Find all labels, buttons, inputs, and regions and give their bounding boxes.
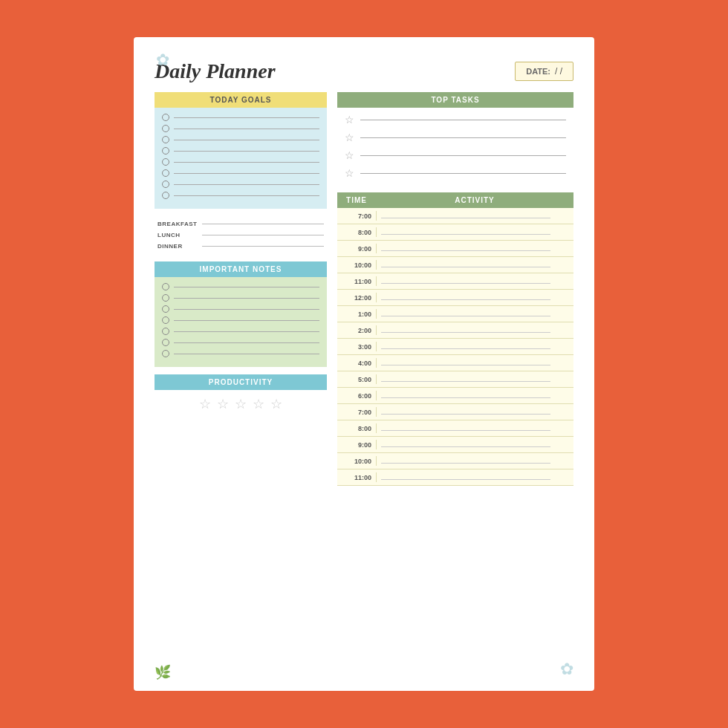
checkbox-8[interactable] (162, 192, 169, 199)
page-header: Daily Planner DATE: / / (155, 59, 573, 83)
schedule-row-600pm[interactable]: 6:00 (337, 388, 573, 404)
schedule-header: TIME ACTIVITY (337, 192, 573, 208)
activity-100pm[interactable] (376, 309, 573, 319)
note-item-1[interactable] (162, 283, 319, 290)
schedule-row-800am[interactable]: 8:00 (337, 224, 573, 241)
note-checkbox-2[interactable] (162, 294, 169, 302)
schedule-row-1100am[interactable]: 11:00 (337, 273, 573, 290)
activity-1100am[interactable] (376, 276, 573, 286)
dinner-row[interactable]: DINNER (157, 243, 324, 250)
schedule-time-header: TIME (337, 192, 376, 208)
activity-300pm[interactable] (376, 342, 573, 351)
date-box[interactable]: DATE: / / (515, 62, 573, 81)
time-600pm: 6:00 (337, 390, 376, 402)
activity-900am[interactable] (376, 244, 573, 253)
schedule-row-700am[interactable]: 7:00 (337, 208, 573, 224)
schedule-row-500pm[interactable]: 5:00 (337, 371, 573, 388)
note-checkbox-3[interactable] (162, 305, 169, 313)
breakfast-line (202, 224, 324, 224)
activity-500pm[interactable] (376, 374, 573, 384)
note-item-2[interactable] (162, 294, 319, 302)
activity-1100pm[interactable] (376, 472, 573, 482)
note-item-5[interactable] (162, 328, 319, 335)
productivity-star-1[interactable]: ☆ (199, 396, 211, 412)
time-1000am: 10:00 (337, 259, 376, 271)
schedule-row-1200pm[interactable]: 12:00 (337, 290, 573, 306)
checkbox-4[interactable] (162, 147, 169, 155)
task-item-2[interactable]: ☆ (345, 131, 566, 143)
schedule-row-1100pm[interactable]: 11:00 (337, 469, 573, 486)
lunch-label: LUNCH (157, 232, 196, 238)
dinner-label: DINNER (157, 243, 196, 250)
checkbox-7[interactable] (162, 181, 169, 188)
goal-item-3[interactable] (162, 136, 319, 143)
task-item-3[interactable]: ☆ (345, 149, 566, 161)
today-goals-body (155, 108, 327, 209)
checkbox-3[interactable] (162, 136, 169, 143)
note-item-7[interactable] (162, 350, 319, 357)
note-checkbox-7[interactable] (162, 350, 169, 357)
note-checkbox-1[interactable] (162, 283, 169, 290)
goal-item-1[interactable] (162, 114, 319, 121)
important-notes-body (155, 277, 327, 367)
schedule-row-1000pm[interactable]: 10:00 (337, 453, 573, 469)
activity-200pm[interactable] (376, 325, 573, 335)
note-checkbox-4[interactable] (162, 316, 169, 324)
note-item-6[interactable] (162, 339, 319, 346)
activity-600pm[interactable] (376, 391, 573, 400)
schedule-row-200pm[interactable]: 2:00 (337, 322, 573, 339)
activity-700pm[interactable] (376, 407, 573, 417)
checkbox-6[interactable] (162, 169, 169, 177)
goal-item-6[interactable] (162, 169, 319, 177)
activity-900pm[interactable] (376, 440, 573, 449)
schedule-row-900am[interactable]: 9:00 (337, 241, 573, 257)
breakfast-label: BREAKFAST (157, 221, 196, 227)
breakfast-row[interactable]: BREAKFAST (157, 221, 324, 227)
goal-item-2[interactable] (162, 125, 319, 132)
note-item-4[interactable] (162, 316, 319, 324)
date-label: DATE: (526, 67, 550, 76)
task-item-4[interactable]: ☆ (345, 167, 566, 179)
schedule-row-700pm[interactable]: 7:00 (337, 404, 573, 420)
time-1200pm: 12:00 (337, 292, 376, 304)
time-1000pm: 10:00 (337, 455, 376, 467)
time-1100am: 11:00 (337, 276, 376, 287)
goal-item-4[interactable] (162, 147, 319, 155)
activity-1000pm[interactable] (376, 456, 573, 466)
checkbox-1[interactable] (162, 114, 169, 121)
productivity-star-5[interactable]: ☆ (270, 396, 282, 412)
lunch-line (202, 235, 324, 235)
top-tasks-body: ☆ ☆ ☆ ☆ (337, 108, 573, 185)
schedule-row-900pm[interactable]: 9:00 (337, 437, 573, 453)
activity-800am[interactable] (376, 227, 573, 237)
activity-1200pm[interactable] (376, 293, 573, 302)
important-notes-header: IMPORTANT NOTES (155, 261, 327, 277)
checkbox-2[interactable] (162, 125, 169, 132)
goal-item-5[interactable] (162, 158, 319, 166)
schedule-row-100pm[interactable]: 1:00 (337, 306, 573, 322)
activity-1000am[interactable] (376, 260, 573, 270)
goal-item-7[interactable] (162, 181, 319, 188)
activity-700am[interactable] (376, 211, 573, 221)
schedule-row-400pm[interactable]: 4:00 (337, 355, 573, 371)
schedule-row-300pm[interactable]: 3:00 (337, 339, 573, 355)
time-1100pm: 11:00 (337, 472, 376, 484)
note-item-3[interactable] (162, 305, 319, 313)
task-item-1[interactable]: ☆ (345, 114, 566, 126)
productivity-star-3[interactable]: ☆ (235, 396, 247, 412)
checkbox-5[interactable] (162, 158, 169, 166)
productivity-star-2[interactable]: ☆ (217, 396, 229, 412)
schedule-section: TIME ACTIVITY 7:00 8:00 9:00 10:00 11:00… (337, 192, 573, 676)
schedule-row-1000am[interactable]: 10:00 (337, 257, 573, 273)
note-checkbox-6[interactable] (162, 339, 169, 346)
meals-section: BREAKFAST LUNCH DINNER (155, 216, 327, 254)
date-value: / / (555, 66, 562, 77)
activity-800pm[interactable] (376, 423, 573, 433)
page-title: Daily Planner (155, 59, 276, 83)
schedule-row-800pm[interactable]: 8:00 (337, 420, 573, 437)
goal-item-8[interactable] (162, 192, 319, 199)
activity-400pm[interactable] (376, 358, 573, 368)
productivity-star-4[interactable]: ☆ (253, 396, 264, 412)
note-checkbox-5[interactable] (162, 328, 169, 335)
lunch-row[interactable]: LUNCH (157, 232, 324, 238)
